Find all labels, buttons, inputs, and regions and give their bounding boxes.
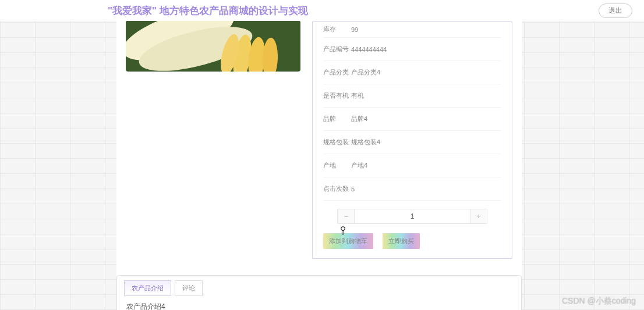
increase-button[interactable]: + (470, 209, 487, 223)
field-value: 规格包装4 (351, 138, 380, 147)
field-value: 99 (351, 26, 358, 33)
svg-rect-10 (342, 230, 344, 234)
field-package: 规格包装 规格包装4 (323, 131, 501, 154)
field-label: 点击次数 (323, 184, 351, 193)
field-label: 是否有机 (323, 91, 351, 100)
field-organic: 是否有机 有机 (323, 84, 501, 108)
tab-intro[interactable]: 农产品介绍 (124, 280, 171, 296)
watermark: CSDN @小蔡coding (562, 296, 636, 307)
site-title: "我爱我家" 地方特色农产品商城的设计与实现 (108, 4, 308, 17)
field-value: 产品分类4 (351, 68, 380, 77)
field-value: 有机 (351, 91, 364, 100)
product-details-panel: 库存 99 产品编号 4444444444 产品分类 产品分类4 是否有机 有机… (312, 21, 512, 259)
field-label: 库存 (323, 25, 351, 34)
quantity-stepper: − + (337, 209, 487, 224)
field-product-id: 产品编号 4444444444 (323, 38, 501, 61)
tab-comments[interactable]: 评论 (175, 280, 203, 296)
field-value: 产地4 (351, 161, 367, 170)
field-origin: 产地 产地4 (323, 154, 501, 177)
field-label: 规格包装 (323, 138, 351, 147)
logout-button[interactable]: 退出 (599, 3, 632, 18)
header: "我爱我家" 地方特色农产品商城的设计与实现 退出 (0, 0, 644, 21)
tabs-card: 农产品介绍 评论 农产品介绍4 (116, 275, 522, 310)
buy-now-button[interactable]: 立即购买 (383, 233, 420, 249)
field-value: 5 (351, 186, 355, 193)
decrease-button[interactable]: − (338, 209, 354, 223)
quantity-input[interactable] (354, 209, 470, 223)
product-card: 世 大 业 产 库存 99 产品编号 4444444444 产品分类 产品分类4… (116, 21, 522, 310)
product-image: 世 大 业 产 (126, 21, 300, 72)
field-brand: 品牌 品牌4 (323, 108, 501, 131)
field-label: 产品编号 (323, 45, 351, 54)
field-label: 产品分类 (323, 68, 351, 77)
quantity-row: − + (323, 201, 501, 224)
svg-point-9 (341, 227, 345, 230)
field-label: 产地 (323, 161, 351, 170)
field-value: 品牌4 (351, 115, 367, 123)
tab-content: 农产品介绍4 (124, 302, 514, 310)
action-buttons: 添加到购物车 立即购买 (323, 224, 501, 249)
content-area: 世 大 业 产 库存 99 产品编号 4444444444 产品分类 产品分类4… (116, 21, 522, 310)
add-to-cart-button[interactable]: 添加到购物车 (323, 233, 373, 249)
field-value: 4444444444 (351, 46, 387, 53)
tabs-header: 农产品介绍 评论 (124, 280, 514, 296)
field-category: 产品分类 产品分类4 (323, 61, 501, 84)
field-stock: 库存 99 (323, 22, 501, 38)
cursor-icon (339, 226, 347, 236)
field-clicks: 点击次数 5 (323, 177, 501, 201)
field-label: 品牌 (323, 115, 351, 123)
